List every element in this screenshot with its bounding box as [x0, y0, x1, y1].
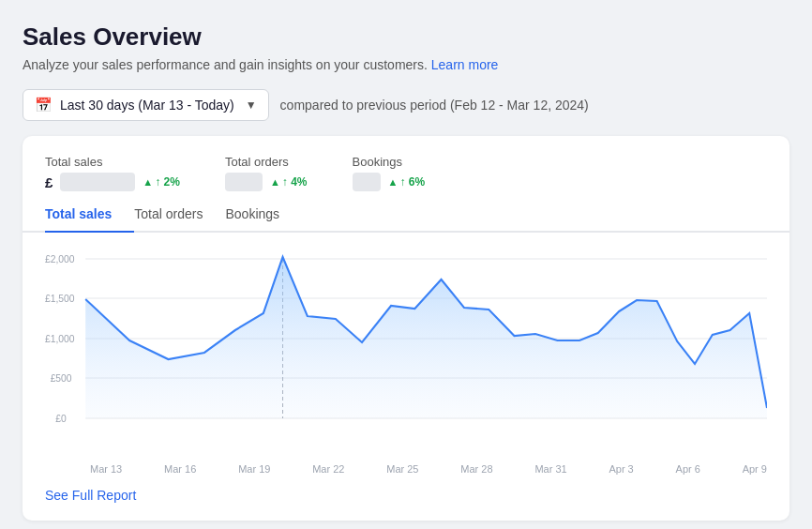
svg-text:£0: £0 [55, 413, 67, 424]
metric-total-sales-label: Total sales [45, 155, 180, 169]
subtitle: Analyze your sales performance and gain … [23, 57, 789, 72]
page-title: Sales Overview [23, 23, 789, 52]
metric-total-orders-value-row: ▲ ↑ 4% [225, 173, 308, 191]
bookings-placeholder [353, 173, 381, 191]
total-sales-badge: ▲ ↑ 2% [143, 175, 180, 189]
x-label-apr9: Apr 9 [743, 463, 767, 475]
metric-bookings-value-row: ▲ ↑ 6% [353, 173, 426, 191]
overview-card: Total sales £ ▲ ↑ 2% Total orders ▲ ↑ 4% [23, 136, 789, 521]
x-label-apr3: Apr 3 [609, 463, 633, 475]
metric-total-sales-value-row: £ ▲ ↑ 2% [45, 173, 180, 191]
svg-text:£1,000: £1,000 [45, 333, 75, 344]
arrow-up-icon: ▲ [388, 176, 398, 188]
x-label-mar13: Mar 13 [90, 463, 122, 475]
metric-total-sales: Total sales £ ▲ ↑ 2% [45, 155, 180, 191]
svg-text:£1,500: £1,500 [45, 293, 75, 304]
sales-chart: £2,000 £1,500 £1,000 £500 £0 [45, 249, 767, 456]
svg-text:£2,000: £2,000 [45, 253, 75, 264]
x-label-mar16: Mar 16 [164, 463, 196, 475]
svg-text:£500: £500 [51, 372, 72, 384]
calendar-icon: 📅 [35, 97, 53, 113]
total-orders-badge: ▲ ↑ 4% [270, 175, 308, 189]
x-axis-labels: Mar 13 Mar 16 Mar 19 Mar 22 Mar 25 Mar 2… [45, 463, 767, 475]
currency-symbol: £ [45, 174, 53, 190]
total-orders-placeholder [225, 173, 263, 191]
arrow-up-icon: ▲ [143, 176, 153, 188]
date-filter-row: 📅 Last 30 days (Mar 13 - Today) ▼ compar… [23, 89, 789, 121]
chevron-down-icon: ▼ [246, 98, 257, 112]
tab-total-orders[interactable]: Total orders [134, 206, 225, 233]
tabs-row: Total sales Total orders Bookings [23, 206, 789, 233]
metric-bookings: Bookings ▲ ↑ 6% [353, 155, 426, 191]
metric-total-orders: Total orders ▲ ↑ 4% [225, 155, 308, 191]
metric-total-orders-label: Total orders [225, 155, 308, 169]
x-label-mar25: Mar 25 [386, 463, 418, 475]
tab-bookings[interactable]: Bookings [225, 206, 302, 233]
see-full-report-link[interactable]: See Full Report [45, 488, 136, 503]
total-sales-placeholder [60, 173, 135, 191]
metrics-row: Total sales £ ▲ ↑ 2% Total orders ▲ ↑ 4% [45, 155, 767, 191]
arrow-up-icon: ▲ [270, 176, 280, 188]
learn-more-link[interactable]: Learn more [431, 57, 499, 72]
tab-total-sales[interactable]: Total sales [45, 206, 134, 233]
date-dropdown[interactable]: 📅 Last 30 days (Mar 13 - Today) ▼ [23, 89, 269, 121]
compare-period-text: compared to previous period (Feb 12 - Ma… [280, 98, 589, 113]
x-label-apr6: Apr 6 [676, 463, 700, 475]
x-label-mar28: Mar 28 [460, 463, 492, 475]
chart-container: £2,000 £1,500 £1,000 £500 £0 Mar 13 Mar … [45, 249, 767, 475]
x-label-mar31: Mar 31 [534, 463, 566, 475]
date-filter-label: Last 30 days (Mar 13 - Today) [60, 98, 234, 113]
bookings-badge: ▲ ↑ 6% [388, 175, 426, 189]
metric-bookings-label: Bookings [353, 155, 426, 169]
x-label-mar19: Mar 19 [238, 463, 270, 475]
x-label-mar22: Mar 22 [312, 463, 344, 475]
